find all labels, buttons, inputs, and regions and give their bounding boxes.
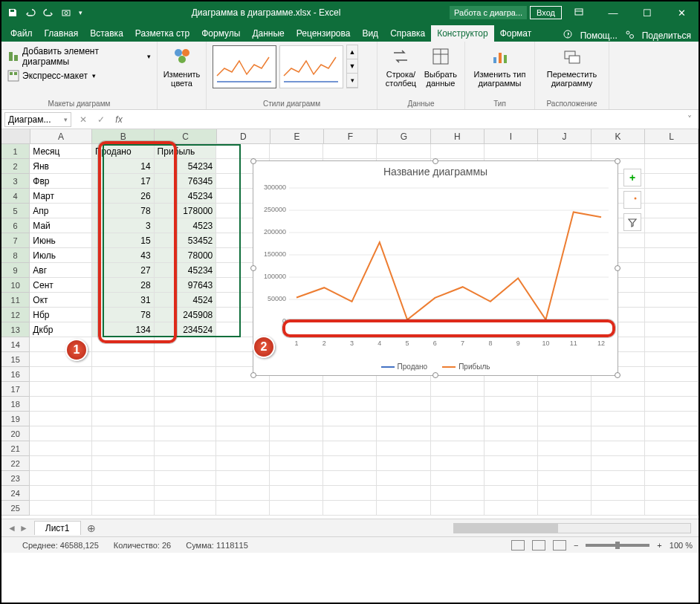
cell[interactable] [485, 441, 538, 456]
row-header[interactable]: 23 [1, 471, 30, 486]
cell[interactable] [377, 382, 430, 397]
col-header[interactable]: F [324, 129, 377, 143]
worksheet-grid[interactable]: A B C D E F G H I J K L 1МесяцПроданоПри… [1, 129, 699, 519]
cell[interactable] [155, 456, 217, 471]
cell[interactable]: 76345 [155, 174, 217, 189]
tab-page-layout[interactable]: Разметка стр [129, 25, 195, 42]
chart-elements-button[interactable]: + [623, 169, 641, 186]
cell[interactable] [377, 412, 430, 426]
cell[interactable] [155, 367, 217, 382]
cell[interactable] [270, 382, 323, 397]
cell[interactable] [323, 471, 377, 486]
cell[interactable]: 45234 [155, 263, 217, 278]
row-header[interactable]: 4 [1, 189, 30, 204]
cell[interactable] [155, 412, 217, 426]
cell[interactable] [538, 486, 592, 501]
cell[interactable] [323, 412, 377, 426]
cell[interactable]: 54234 [155, 159, 217, 174]
cell[interactable] [485, 382, 538, 397]
cell[interactable] [92, 382, 155, 397]
cell[interactable] [155, 486, 217, 501]
cell[interactable]: Янв [30, 159, 92, 174]
quick-layout-button[interactable]: Экспресс-макет▾ [7, 68, 151, 83]
cell[interactable] [592, 501, 645, 516]
camera-icon[interactable] [61, 7, 71, 18]
select-data-button[interactable]: Выбрать данные [423, 45, 458, 88]
cell[interactable]: Нбр [30, 308, 92, 322]
normal-view-button[interactable] [511, 540, 525, 551]
cell[interactable] [645, 471, 699, 486]
cell[interactable]: 78 [92, 204, 155, 218]
row-header[interactable]: 19 [1, 412, 30, 426]
change-colors-button[interactable]: Изменить цвета [163, 45, 200, 88]
sheet-nav[interactable]: ◄► [1, 523, 34, 533]
cell[interactable]: 4524 [155, 293, 217, 308]
chart-filter-button[interactable] [623, 213, 641, 231]
cell[interactable] [323, 456, 377, 471]
row-header[interactable]: 5 [1, 204, 30, 218]
row-header[interactable]: 16 [1, 367, 30, 382]
cell[interactable]: 178000 [155, 204, 217, 218]
cell[interactable] [538, 456, 592, 471]
cell[interactable] [431, 471, 485, 486]
cell[interactable] [592, 144, 645, 159]
cell[interactable] [155, 352, 217, 367]
col-header[interactable]: I [485, 129, 538, 143]
cell[interactable] [30, 471, 92, 486]
share-button[interactable]: Поделиться [642, 30, 691, 41]
cell[interactable] [645, 412, 699, 426]
cell[interactable] [592, 412, 645, 426]
close-button[interactable]: ✕ [667, 2, 696, 23]
cell[interactable] [270, 412, 323, 426]
cell[interactable] [431, 144, 485, 159]
cell[interactable] [30, 486, 92, 501]
row-header[interactable]: 21 [1, 441, 30, 456]
cell[interactable] [431, 412, 485, 426]
cell[interactable]: 15 [92, 233, 155, 248]
chart-object[interactable]: Название диаграммы Продано Прибыль + 050… [253, 160, 618, 376]
cell[interactable] [216, 501, 270, 516]
cell[interactable] [216, 144, 270, 159]
tab-insert[interactable]: Вставка [84, 25, 129, 42]
cell[interactable] [270, 456, 323, 471]
cell[interactable] [92, 412, 155, 426]
cell[interactable]: Окт [30, 293, 92, 308]
cell[interactable] [92, 367, 155, 382]
cell[interactable] [645, 352, 699, 367]
cell[interactable] [92, 352, 155, 367]
cell[interactable]: Июль [30, 248, 92, 263]
cell[interactable] [270, 426, 323, 441]
cell[interactable] [155, 471, 217, 486]
cell[interactable] [592, 456, 645, 471]
cell[interactable]: 28 [92, 278, 155, 293]
cell[interactable] [485, 397, 538, 412]
tab-formulas[interactable]: Формулы [195, 25, 246, 42]
cell[interactable]: 97643 [155, 278, 217, 293]
cell[interactable] [92, 501, 155, 516]
cell[interactable] [155, 426, 217, 441]
row-header[interactable]: 15 [1, 352, 30, 367]
cell[interactable] [431, 426, 485, 441]
cell[interactable] [216, 412, 270, 426]
cell[interactable] [592, 382, 645, 397]
cell[interactable]: 43 [92, 248, 155, 263]
switch-row-col-button[interactable]: Строка/ столбец [383, 45, 418, 88]
cell[interactable]: Март [30, 189, 92, 204]
cell[interactable] [431, 486, 485, 501]
gallery-scroll[interactable]: ▲▼▾ [346, 45, 358, 88]
cell[interactable] [323, 397, 377, 412]
cell[interactable] [538, 426, 592, 441]
cell[interactable] [645, 486, 699, 501]
cell[interactable] [377, 144, 430, 159]
cell[interactable] [538, 441, 592, 456]
style-thumb-2[interactable] [279, 45, 343, 88]
row-header[interactable]: 18 [1, 397, 30, 412]
col-header[interactable]: K [592, 129, 645, 143]
page-break-view-button[interactable] [553, 540, 566, 551]
cell[interactable] [92, 426, 155, 441]
cell[interactable]: 31 [92, 293, 155, 308]
row-header[interactable]: 17 [1, 382, 30, 397]
cell[interactable] [377, 441, 430, 456]
cell[interactable] [645, 397, 699, 412]
cell[interactable] [645, 293, 699, 308]
